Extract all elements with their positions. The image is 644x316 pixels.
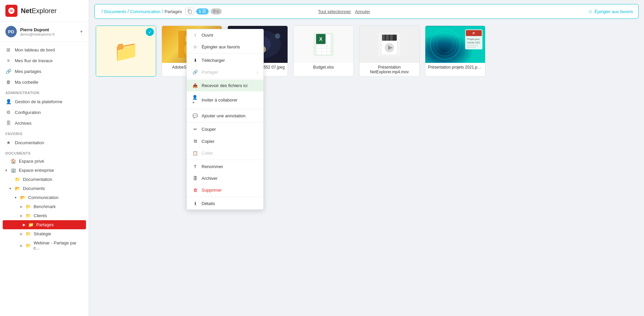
download-icon: ⬇: [192, 58, 198, 63]
ctx-sep-2: [187, 79, 263, 79]
context-menu: ↑ Ouvrir ☆ Épingler aux favoris ⬇ Téléch…: [186, 29, 264, 210]
chevron-right-icon: ›: [257, 70, 258, 75]
copy-link-button[interactable]: [185, 8, 194, 15]
logo-icon: [5, 5, 17, 17]
svg-text:Projets pour: Projets pour: [467, 38, 480, 41]
breadcrumb-sep-1: /: [128, 9, 129, 14]
section-documents: DOCUMENTS: [0, 148, 89, 157]
file-thumbnail-pptx: P Projets pour l'année 2021: [425, 26, 485, 63]
sidebar-item-archives[interactable]: 🗄 Archives: [0, 118, 89, 128]
file-label-mp4: PrésentationNetExplorer.mp4.mov: [359, 63, 419, 76]
inbox-icon: 📥: [192, 83, 198, 88]
sidebar-item-partages[interactable]: 🔗 Mes partages: [0, 66, 89, 77]
trash-icon: 🗑: [5, 79, 11, 85]
archive-icon: 🗄: [5, 120, 11, 126]
folder-icon: 📁: [26, 213, 31, 218]
ctx-ouvrir[interactable]: ↑ Ouvrir: [187, 29, 263, 41]
user-area[interactable]: PD Pierre Dupont demo@netexplorer.fr ▼: [0, 22, 89, 42]
sidebar-item-espace-prive[interactable]: 🏠 Espace privé: [0, 157, 89, 166]
file-grid: 📁 Dépôt ✓ Adobe: [96, 26, 637, 77]
ctx-recevoir[interactable]: 📥 Recevoir des fichiers ici: [187, 80, 263, 91]
ctx-sep-5: [187, 160, 263, 160]
breadcrumb-documents[interactable]: Documents: [104, 9, 126, 14]
folder-large-icon: 📁: [114, 39, 139, 63]
svg-text:P: P: [473, 31, 475, 35]
ctx-epingler[interactable]: ☆ Épingler aux favoris: [187, 41, 263, 53]
gear-icon: ⚙: [5, 110, 11, 115]
sidebar-item-corbeille[interactable]: 🗑 Ma corbeille: [0, 77, 89, 87]
selected-check-icon: ✓: [146, 28, 154, 36]
file-card-pptx[interactable]: P Projets pour l'année 2021 Présentation…: [425, 26, 485, 77]
main-content: / Documents / Communication / Partages 1…: [89, 0, 644, 316]
sidebar-item-communication[interactable]: ▾ 📂 Communication: [0, 193, 89, 202]
comment-icon: 💬: [192, 113, 198, 118]
sidebar: NetExplorer PD Pierre Dupont demo@netexp…: [0, 0, 89, 316]
file-card-xlsx[interactable]: X Budget.xlsx: [293, 26, 354, 77]
file-card-mp4[interactable]: PrésentationNetExplorer.mp4.mov: [359, 26, 420, 77]
sidebar-item-config[interactable]: ⚙ Configuration: [0, 107, 89, 118]
sidebar-item-documents-folder[interactable]: ▾ 📂 Documents: [0, 184, 89, 193]
sidebar-nav: ⊞ Mon tableau de bord ≡ Mes flux de trav…: [0, 42, 89, 316]
bars-icon: ≡: [5, 58, 11, 63]
clipboard-icon: 📋: [192, 151, 198, 156]
ctx-renommer[interactable]: T Renommer: [187, 161, 263, 172]
size-badge: 0 o: [211, 8, 222, 14]
ctx-archiver[interactable]: 🗄 Archiver: [187, 172, 263, 184]
archive-icon: 🗄: [192, 176, 198, 181]
sidebar-item-espace-entreprise[interactable]: ▾ 🏢 Espace entreprise: [0, 166, 89, 175]
file-thumbnail-mp4: [359, 26, 419, 63]
section-admin: ADMINISTRATION: [0, 87, 89, 96]
link-icon: 🔗: [192, 70, 198, 75]
chevron-down-icon: ▾: [15, 196, 19, 199]
file-card-depot[interactable]: 📁 Dépôt ✓: [96, 26, 156, 77]
logo-explorer: Explorer: [32, 7, 56, 14]
ctx-annoter[interactable]: 💬 Ajouter une annotation: [187, 110, 263, 122]
pin-to-favorites-button[interactable]: ☆ Épingler aux favoris: [588, 8, 633, 15]
file-label-xlsx: Budget.xlsx: [294, 63, 353, 72]
avatar: PD: [5, 26, 17, 37]
sidebar-item-strategie[interactable]: ▶ 📁 Stratégie: [0, 229, 89, 238]
sidebar-item-benchmark[interactable]: ▶ 📁 Benchmark: [0, 202, 89, 211]
file-grid-area: 📁 Dépôt ✓ Adobe: [89, 19, 644, 316]
sidebar-item-tableau[interactable]: ⊞ Mon tableau de bord: [0, 44, 89, 55]
sidebar-item-partages-folder[interactable]: ▶ 📁 Partages: [3, 220, 86, 229]
sidebar-item-documentation-fav[interactable]: ★ Documentation: [0, 137, 89, 148]
folder-icon: 📁: [15, 177, 20, 182]
chevron-icon: ▶: [20, 232, 24, 236]
cancel-selection-button[interactable]: Annuler: [355, 9, 370, 14]
excel-icon: X: [313, 33, 334, 56]
sidebar-item-gestion[interactable]: 👤 Gestion de la plateforme: [0, 96, 89, 107]
folder-icon: 📁: [26, 231, 31, 236]
logo-text: NetExplorer: [21, 7, 57, 15]
trash-red-icon: 🗑: [192, 188, 198, 193]
svg-rect-41: [467, 47, 476, 48]
breadcrumb-communication[interactable]: Communication: [130, 9, 161, 14]
ctx-inviter[interactable]: 👤+ Inviter à collaborer: [187, 91, 263, 108]
text-icon: T: [192, 164, 198, 169]
svg-text:l'année 2021: l'année 2021: [467, 41, 480, 44]
breadcrumb-icons: 1 ☷ 0 o: [185, 8, 222, 15]
ctx-telecharger[interactable]: ⬇ Télécharger: [187, 54, 263, 66]
breadcrumb-sep-2: /: [162, 9, 163, 14]
svg-point-12: [275, 33, 280, 39]
sidebar-item-flux[interactable]: ≡ Mes flux de travaux: [0, 55, 89, 66]
user-name: Pierre Dupont: [20, 27, 80, 32]
folder-open-icon: 📂: [20, 195, 26, 200]
file-label-depot: Dépôt: [96, 76, 156, 77]
select-all-button[interactable]: Tout sélectionner: [318, 9, 351, 14]
logo-area: NetExplorer: [0, 0, 89, 22]
ctx-copier[interactable]: ⧉ Copier: [187, 135, 263, 147]
section-favoris: FAVORIS: [0, 128, 89, 137]
breadcrumb: / Documents / Communication / Partages 1…: [100, 8, 318, 15]
ctx-details[interactable]: ℹ Détails: [187, 198, 263, 209]
chevron-icon: ▶: [23, 223, 27, 227]
user-info: Pierre Dupont demo@netexplorer.fr: [20, 27, 80, 36]
sidebar-item-clients[interactable]: ▶ 📁 Clients: [0, 211, 89, 220]
sidebar-item-documentation-doc[interactable]: 📁 Documentation: [0, 175, 89, 184]
sidebar-item-webinar[interactable]: ▶ 📁 Webinar - Partage par c...: [0, 238, 89, 252]
copy-icon: ⧉: [192, 139, 198, 144]
scissors-icon: ✂: [192, 127, 198, 132]
selection-count-badge: 1 ☷: [196, 8, 209, 14]
ctx-supprimer[interactable]: 🗑 Supprimer: [187, 184, 263, 196]
ctx-couper[interactable]: ✂ Couper: [187, 123, 263, 135]
